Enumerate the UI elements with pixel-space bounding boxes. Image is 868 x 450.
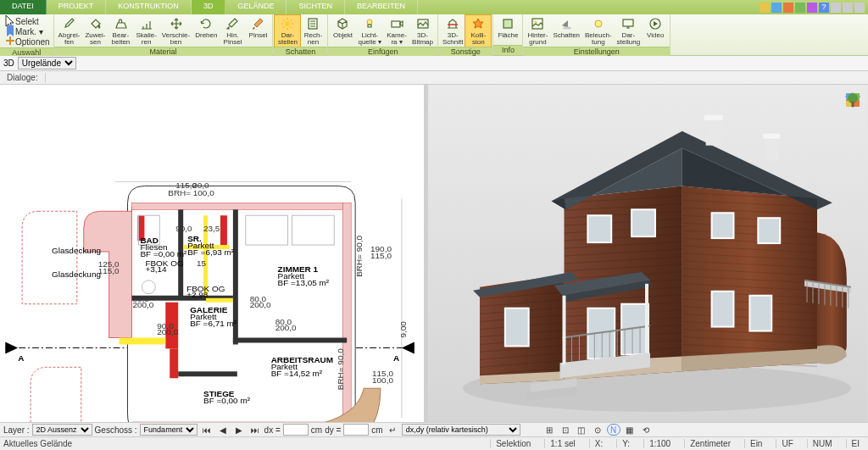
ribbon-btn-video[interactable]: Video <box>643 15 668 40</box>
dx-label: dx = <box>264 425 281 435</box>
ribbon-btn-objekt[interactable]: Objekt <box>330 15 355 40</box>
ribbon-btn-skalieren[interactable]: Skalie- ren <box>133 15 159 47</box>
section-icon <box>445 16 460 31</box>
svg-text:BF =14,52 m²: BF =14,52 m² <box>271 369 323 378</box>
pane-2d-floorplan[interactable]: AABBADFliesenBF =0,00 m²SR.ParkettBF =6,… <box>0 85 424 422</box>
svg-text:Glasdeckung: Glasdeckung <box>52 269 101 279</box>
ribbon-btn-kamera[interactable]: Kame- ra ▾ <box>384 15 409 47</box>
dialoge-label[interactable]: Dialoge: <box>0 73 46 82</box>
dy-input[interactable] <box>343 424 369 436</box>
svg-rect-173 <box>587 215 611 242</box>
ribbon-btn-darstellung[interactable]: Dar- stellung <box>615 15 643 47</box>
svg-rect-29 <box>220 215 227 245</box>
move-icon <box>169 16 184 31</box>
tab-gelaende[interactable]: GELÄNDE <box>225 0 287 14</box>
mini-icon[interactable] <box>783 3 793 13</box>
mini-icon[interactable] <box>807 3 817 13</box>
bottom-toolbar: Layer : 2D Aussenz Geschoss : Fundament … <box>0 422 868 436</box>
status-ratio: 1:1 sel <box>544 439 580 448</box>
status-rest: EI <box>846 439 865 448</box>
tab-bearbeiten[interactable]: BEARBEITEN <box>345 0 418 14</box>
ribbon-btn-dbitmap[interactable]: 3D- Bitmap <box>409 15 436 47</box>
tab-sichten[interactable]: SICHTEN <box>287 0 345 14</box>
ribbon-group-label: Info <box>493 45 522 55</box>
svg-text:BF =0,00 m²: BF =0,00 m² <box>203 396 251 405</box>
ribbon-btn-hintergrund[interactable]: Hinter- grund <box>525 15 550 47</box>
svg-text:15: 15 <box>197 258 207 268</box>
maximize-icon[interactable] <box>843 3 853 13</box>
pane-3d-view[interactable] <box>428 85 868 422</box>
ribbon-btn-drehen[interactable]: Drehen <box>192 15 220 40</box>
ribbon-optionen[interactable]: Optionen <box>3 36 50 47</box>
tool-icon[interactable]: N <box>607 424 620 436</box>
svg-rect-180 <box>749 296 771 331</box>
nav-last-icon[interactable]: ⏭ <box>248 424 262 436</box>
svg-text:A: A <box>18 353 24 363</box>
tool-icon[interactable]: ▦ <box>623 424 637 436</box>
svg-text:BF =13,05 m²: BF =13,05 m² <box>278 278 330 287</box>
video-icon <box>648 16 663 31</box>
status-selektion: Selektion <box>490 439 536 448</box>
ribbon-btn-darstellen[interactable]: Dar- stellen <box>275 15 300 47</box>
display-icon <box>620 16 636 31</box>
svg-text:+3,14: +3,14 <box>145 264 167 274</box>
svg-rect-174 <box>632 209 655 236</box>
mini-icon[interactable] <box>795 3 805 13</box>
mini-icon[interactable] <box>760 3 770 13</box>
terrain-dropdown[interactable]: Urgelände <box>18 57 76 69</box>
tool-icon[interactable]: ⊙ <box>591 424 604 436</box>
tool-icon[interactable]: ◫ <box>575 424 588 436</box>
ribbon-btn-pinsel[interactable]: Pinsel <box>245 15 270 40</box>
rotate-icon <box>198 16 214 31</box>
tab-3d[interactable]: 3D <box>192 0 226 14</box>
tab-projekt[interactable]: PROJEKT <box>47 0 107 14</box>
dy-label: dy = <box>325 425 341 435</box>
tool-icon[interactable]: ⊡ <box>559 424 572 436</box>
ribbon-btn-hinpinsel[interactable]: Hin. Pinsel <box>220 15 245 47</box>
svg-text:200,0: 200,0 <box>157 327 178 336</box>
svg-rect-28 <box>170 348 178 378</box>
ribbon-btn-abgreifen[interactable]: Abgrei- fen <box>56 15 83 47</box>
svg-point-0 <box>285 21 290 26</box>
geschoss-dropdown[interactable]: Fundament <box>140 424 198 436</box>
light-icon <box>362 16 377 31</box>
dx-input[interactable] <box>283 424 309 436</box>
ribbon-btn-bearbeiten[interactable]: Bear- beiten <box>108 15 133 47</box>
ribbon-btn-lichtquelle[interactable]: Licht- quelle ▾ <box>355 15 384 47</box>
ribbon-btn-flche[interactable]: Fläche <box>495 15 520 40</box>
svg-text:115,0: 115,0 <box>98 266 120 275</box>
tab-konstruktion[interactable]: KONSTRUKTION <box>106 0 192 14</box>
tab-file[interactable]: DATEI <box>0 0 47 14</box>
help-icon[interactable]: ? <box>819 3 829 13</box>
close-icon[interactable] <box>854 3 865 13</box>
subbar-3d-label: 3D <box>3 58 14 68</box>
svg-rect-179 <box>712 292 734 327</box>
scale-icon <box>139 16 154 31</box>
dropper-icon <box>61 16 76 31</box>
ribbon-btn-zuweisen[interactable]: Zuwei- sen <box>82 15 108 47</box>
ribbon-btn-rechnen[interactable]: Rech- nen <box>300 15 326 47</box>
ribbon-btn-dschnitt[interactable]: 3D- Schnitt <box>440 15 465 47</box>
tool-icon[interactable]: ⊞ <box>542 424 556 436</box>
svg-text:200,0: 200,0 <box>275 323 297 332</box>
apply-icon[interactable]: ↵ <box>386 424 399 436</box>
svg-point-8 <box>563 27 571 30</box>
layer-dropdown[interactable]: 2D Aussenz <box>32 424 92 436</box>
svg-text:200,0: 200,0 <box>132 300 153 309</box>
coord-mode-dropdown[interactable]: dx,dy (relativ kartesisch) <box>402 424 520 436</box>
bg-icon <box>530 16 545 31</box>
status-ein: Ein <box>744 439 767 448</box>
mini-icon[interactable] <box>771 3 782 13</box>
nav-prev-icon[interactable]: ◀ <box>216 424 230 436</box>
tree-icon[interactable] <box>844 186 863 205</box>
nav-first-icon[interactable]: ⏮ <box>200 424 214 436</box>
minimize-icon[interactable] <box>831 3 841 13</box>
ribbon-btn-schatten[interactable]: Schatten <box>550 15 582 40</box>
ribbon-btn-beleuchtung[interactable]: Beleuch- tung <box>582 15 615 47</box>
ribbon-btn-kollision[interactable]: Kolli- sion <box>465 15 491 47</box>
nav-next-icon[interactable]: ▶ <box>232 424 246 436</box>
svg-rect-26 <box>178 371 237 376</box>
ribbon-btn-verschieben[interactable]: Verschie- ben <box>159 15 192 47</box>
tool-icon[interactable]: ⟲ <box>639 424 653 436</box>
svg-point-7 <box>535 21 537 24</box>
